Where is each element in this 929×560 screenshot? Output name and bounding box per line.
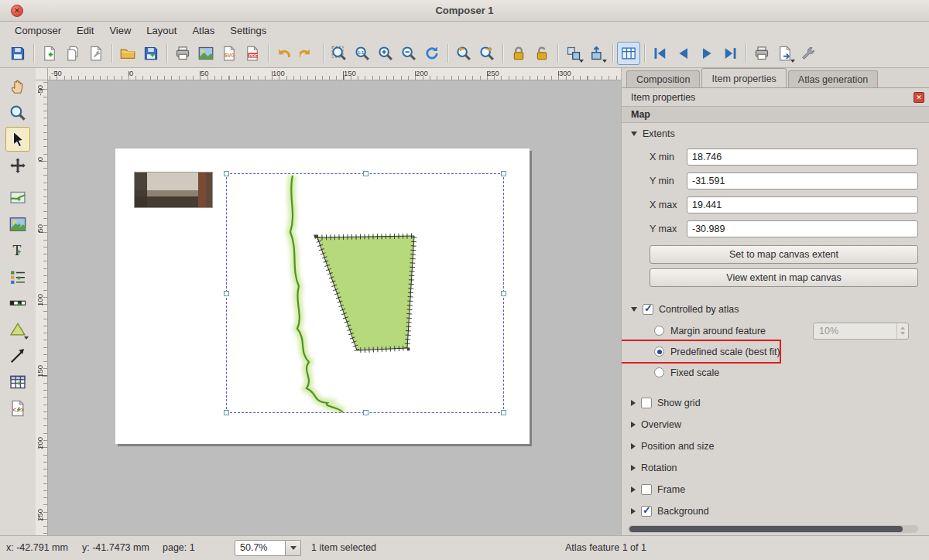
map-item-selected[interactable]: [226, 173, 504, 413]
resize-handle-ne[interactable]: [501, 171, 506, 176]
tab-atlas-generation[interactable]: Atlas generation: [788, 70, 878, 87]
ymin-label: Y min: [650, 176, 684, 186]
add-attribute-table-button[interactable]: [5, 370, 30, 394]
xmax-input[interactable]: [687, 196, 918, 213]
resize-handle-s[interactable]: [363, 410, 369, 415]
xmax-row: X max: [622, 193, 929, 217]
background-section[interactable]: Background: [622, 500, 929, 522]
atlas-first-feature-button[interactable]: [649, 42, 672, 65]
atlas-next-feature-button[interactable]: [695, 42, 718, 65]
unlock-items-button[interactable]: [530, 42, 554, 65]
atlas-preview-toggle[interactable]: [617, 42, 640, 65]
select-move-item-button[interactable]: [5, 127, 30, 152]
zoom-last-button[interactable]: [452, 42, 475, 65]
tab-item-properties[interactable]: Item properties: [701, 68, 786, 87]
set-to-map-canvas-extent-button[interactable]: Set to map canvas extent: [650, 245, 918, 264]
controlled-by-atlas-checkbox[interactable]: [643, 304, 653, 315]
resize-handle-n[interactable]: [363, 171, 369, 176]
ymax-input[interactable]: [687, 220, 918, 237]
print-button[interactable]: [171, 42, 194, 65]
margin-percent-field[interactable]: 10%: [813, 323, 909, 340]
menu-layout[interactable]: Layout: [139, 23, 183, 38]
show-grid-section[interactable]: Show grid: [622, 392, 929, 414]
fixed-scale-radio[interactable]: [654, 367, 664, 377]
resize-handle-nw[interactable]: [224, 171, 229, 176]
margin-around-feature-label: Margin around feature: [670, 326, 766, 336]
spinner-arrows-icon[interactable]: [896, 323, 908, 339]
add-map-button[interactable]: [5, 186, 30, 210]
composer-manager-button[interactable]: [84, 42, 108, 65]
add-html-button[interactable]: [5, 396, 30, 421]
zoom-tool-button[interactable]: [5, 101, 30, 125]
menu-view[interactable]: View: [102, 23, 138, 38]
raise-items-button[interactable]: [585, 42, 608, 65]
move-item-content-button[interactable]: [5, 153, 30, 178]
add-image-button[interactable]: [5, 212, 30, 237]
overview-section[interactable]: Overview: [622, 414, 929, 435]
view-extent-in-map-canvas-button[interactable]: View extent in map canvas: [650, 268, 918, 287]
export-atlas-button[interactable]: [773, 42, 797, 65]
panel-horizontal-scrollbar[interactable]: [628, 525, 918, 533]
export-svg-button[interactable]: [218, 42, 241, 65]
add-shape-button[interactable]: [5, 317, 30, 342]
add-legend-button[interactable]: [5, 265, 30, 289]
redo-button[interactable]: [296, 42, 319, 65]
composition-page[interactable]: [115, 149, 530, 444]
margin-around-feature-radio[interactable]: [654, 326, 664, 336]
zoom-next-button[interactable]: [475, 42, 499, 65]
export-image-button[interactable]: [194, 42, 218, 65]
zoom-dropdown-button[interactable]: [286, 540, 301, 556]
ymin-input[interactable]: [687, 172, 918, 190]
ruler-label: 100: [36, 294, 44, 306]
extents-section-header[interactable]: Extents: [622, 123, 929, 145]
group-items-button[interactable]: [562, 42, 585, 65]
resize-handle-e[interactable]: [501, 291, 506, 296]
atlas-last-feature-button[interactable]: [718, 42, 742, 65]
pan-tool-button[interactable]: [5, 74, 30, 99]
panel-close-icon[interactable]: ✕: [914, 92, 924, 103]
undo-button[interactable]: [273, 42, 296, 65]
predefined-scale-radio[interactable]: [654, 347, 664, 357]
frame-checkbox[interactable]: [641, 484, 652, 495]
xmin-label: X min: [650, 152, 684, 162]
picture-item[interactable]: [135, 172, 212, 207]
frame-section[interactable]: Frame: [622, 479, 929, 500]
add-label-button[interactable]: [5, 238, 30, 263]
zoom-full-button[interactable]: [327, 42, 351, 65]
menu-atlas[interactable]: Atlas: [185, 23, 221, 38]
new-composer-button[interactable]: [38, 42, 61, 65]
refresh-view-button[interactable]: [420, 42, 444, 65]
resize-handle-sw[interactable]: [224, 410, 229, 415]
zoom-level-combobox[interactable]: 50.7%: [235, 540, 286, 556]
scrollbar-thumb[interactable]: [629, 526, 903, 532]
menu-composer[interactable]: Composer: [8, 23, 68, 38]
zoom-in-button[interactable]: [374, 42, 397, 65]
atlas-settings-button[interactable]: [797, 42, 820, 65]
menu-edit[interactable]: Edit: [70, 23, 101, 38]
zoom-out-button[interactable]: [397, 42, 420, 65]
controlled-by-atlas-header[interactable]: Controlled by atlas: [622, 299, 929, 320]
rotation-section[interactable]: Rotation: [622, 457, 929, 479]
resize-handle-w[interactable]: [224, 291, 229, 296]
save-template-button[interactable]: [139, 42, 163, 65]
duplicate-composer-button[interactable]: [61, 42, 84, 65]
atlas-previous-feature-button[interactable]: [672, 42, 695, 65]
frame-label: Frame: [657, 484, 685, 495]
resize-handle-se[interactable]: [501, 410, 506, 415]
add-arrow-button[interactable]: [5, 343, 30, 368]
print-atlas-button[interactable]: [750, 42, 773, 65]
window-close-button[interactable]: ✕: [11, 5, 23, 17]
show-grid-checkbox[interactable]: [641, 398, 652, 408]
tab-composition[interactable]: Composition: [626, 70, 700, 87]
lock-items-button[interactable]: [507, 42, 530, 65]
load-template-button[interactable]: [116, 42, 139, 65]
composition-canvas[interactable]: [48, 80, 621, 535]
position-and-size-section[interactable]: Position and size: [622, 435, 929, 457]
add-scalebar-button[interactable]: [5, 291, 30, 316]
menu-settings[interactable]: Settings: [223, 23, 273, 38]
export-pdf-button[interactable]: [241, 42, 264, 65]
xmin-input[interactable]: [687, 149, 918, 166]
save-project-button[interactable]: [6, 42, 29, 65]
zoom-100-button[interactable]: [351, 42, 374, 65]
background-checkbox[interactable]: [641, 506, 652, 517]
